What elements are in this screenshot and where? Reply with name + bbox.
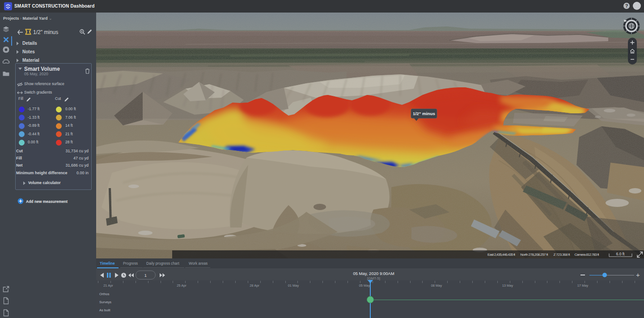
svg-text:East 2,435,446.435 ft: East 2,435,446.435 ft — [487, 253, 516, 257]
svg-text:1/2" minus: 1/2" minus — [413, 111, 435, 116]
svg-text:Z 723.368 ft: Z 723.368 ft — [554, 253, 571, 257]
svg-text:6.0 ft: 6.0 ft — [616, 252, 625, 256]
svg-text:North 278,208.257 ft: North 278,208.257 ft — [521, 253, 549, 257]
svg-text:Camera 812.783 ft: Camera 812.783 ft — [575, 253, 600, 257]
